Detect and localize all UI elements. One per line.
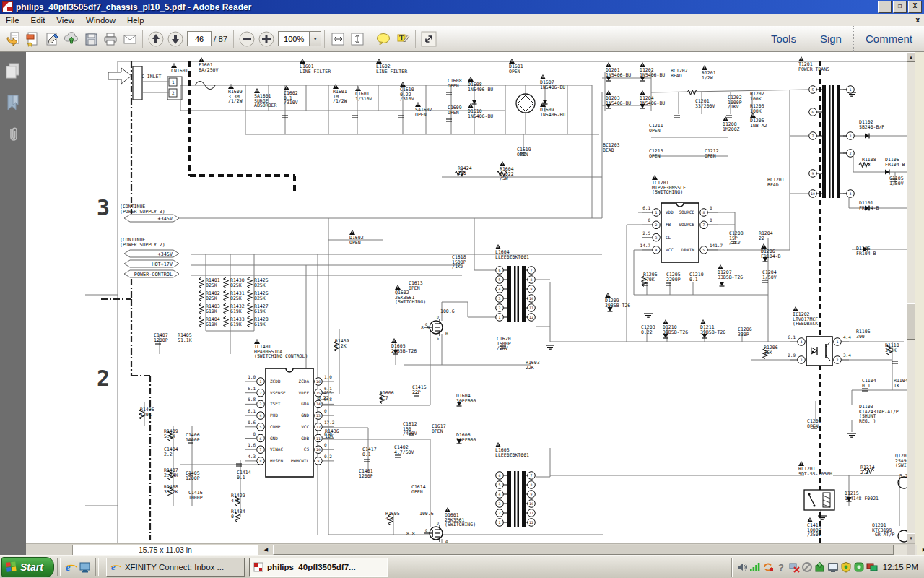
- component-label: 619K: [254, 322, 266, 327]
- component-label: 100K: [750, 108, 762, 114]
- pin-number: 2: [837, 358, 839, 362]
- create-pdf-icon[interactable]: [22, 29, 42, 49]
- pin-number: 2: [850, 152, 852, 155]
- fit-width-icon[interactable]: [328, 29, 347, 49]
- cloud-upload-icon[interactable]: [61, 29, 81, 49]
- display-icon[interactable]: [827, 561, 839, 573]
- open-convert-icon[interactable]: [3, 29, 22, 49]
- horizontal-scroll-thumb[interactable]: [273, 545, 894, 555]
- help-icon[interactable]: ?: [775, 561, 787, 573]
- component-label: 390: [856, 334, 865, 340]
- component-label: 1000P: [186, 437, 200, 443]
- minimize-button[interactable]: _: [878, 1, 892, 13]
- schematic-text: VDD: [666, 210, 674, 215]
- schematic-text: VCC: [666, 247, 674, 252]
- bookmarks-icon[interactable]: [5, 94, 21, 114]
- pin-number: 12: [529, 316, 533, 319]
- status-green-icon[interactable]: [853, 561, 865, 573]
- schematic-text: 0.2: [324, 454, 332, 459]
- chevron-down-icon[interactable]: ▼: [309, 32, 321, 46]
- vertical-scrollbar[interactable]: ▲ ▼: [907, 52, 915, 543]
- pin-number: 7: [260, 448, 262, 452]
- internet-explorer-icon[interactable]: e: [64, 559, 78, 575]
- sign-pen-icon[interactable]: [42, 29, 61, 49]
- menu-window[interactable]: Window: [80, 16, 121, 25]
- component-label: 1N5406-BU: [540, 85, 565, 90]
- email-icon[interactable]: [120, 29, 139, 49]
- component-label: 100.6: [419, 511, 434, 517]
- component-label: OPEN: [705, 153, 716, 159]
- schematic-text: 2: [172, 90, 175, 95]
- restore-button[interactable]: ❐: [893, 1, 907, 13]
- highlight-text-icon[interactable]: T: [393, 29, 412, 49]
- signal-flag: +345V: [158, 216, 173, 222]
- component-label: 1/50V: [762, 275, 777, 280]
- schematic-text: 0.6: [248, 420, 256, 425]
- page-number-input[interactable]: [187, 31, 212, 46]
- schematic-text: 0: [324, 442, 327, 447]
- component-label: /310V: [400, 96, 414, 102]
- start-button[interactable]: Start: [1, 557, 54, 577]
- component-label: OPEN: [415, 112, 427, 118]
- close-document-icon[interactable]: x: [915, 16, 920, 24]
- close-button[interactable]: X: [908, 1, 922, 13]
- menu-view[interactable]: View: [51, 16, 80, 25]
- component-label: 0.1: [362, 452, 371, 457]
- disconnected-icon[interactable]: [788, 561, 800, 573]
- menu-help[interactable]: Help: [121, 16, 150, 25]
- sign-button[interactable]: Sign: [808, 26, 853, 52]
- fit-page-icon[interactable]: [347, 29, 367, 49]
- start-label: Start: [20, 561, 43, 573]
- scroll-left-icon[interactable]: ◀: [261, 545, 271, 554]
- taskbar-button-philips-pdf[interactable]: philips_40pfl3505df7...: [249, 558, 388, 577]
- pin-number: 2: [260, 392, 262, 395]
- zoom-out-icon[interactable]: [237, 29, 256, 49]
- scroll-right-icon[interactable]: ▶: [920, 545, 924, 554]
- page-up-icon[interactable]: [146, 29, 165, 49]
- print-icon[interactable]: [100, 29, 120, 49]
- update-package-icon[interactable]: [814, 561, 826, 573]
- component-label: LINE FILTER: [376, 69, 407, 74]
- menu-file[interactable]: File: [0, 16, 25, 25]
- pin-number: 8: [531, 278, 533, 282]
- comment-bubble-icon[interactable]: [373, 29, 393, 49]
- component-label: 825K: [230, 282, 242, 288]
- volume-icon[interactable]: [736, 561, 748, 573]
- menu-edit[interactable]: Edit: [25, 16, 51, 25]
- security-shield-icon[interactable]: [840, 561, 852, 573]
- component-label: OPEN: [432, 428, 443, 434]
- schematic-text: 6.1: [788, 335, 796, 340]
- dual-monitor-icon[interactable]: [866, 561, 878, 573]
- scroll-up-icon[interactable]: ▲: [907, 52, 915, 62]
- document-view[interactable]: 32+345V+345VHOT+17VPOWER-CONTROLAC INLET…: [26, 52, 907, 543]
- taskbar-button-xfinity[interactable]: e XFINITY Connect: Inbox ...: [106, 558, 245, 577]
- component-label: 1200P: [359, 473, 373, 479]
- tools-button[interactable]: Tools: [759, 26, 808, 52]
- vertical-scroll-thumb[interactable]: [907, 303, 915, 340]
- schematic-text: 6.1: [248, 386, 256, 391]
- schematic-text: GND: [270, 436, 278, 441]
- pin-number: 8: [260, 460, 262, 463]
- page-down-icon[interactable]: [165, 29, 185, 49]
- horizontal-scrollbar[interactable]: [273, 545, 917, 555]
- component-label: /2KV: [729, 240, 741, 246]
- zoom-in-icon[interactable]: [256, 29, 276, 49]
- scroll-down-icon[interactable]: ▼: [907, 533, 915, 543]
- schematic-text: 14.7: [640, 243, 651, 248]
- sync-icon[interactable]: [762, 561, 774, 573]
- pin-number: 11: [529, 512, 533, 515]
- component-label: 100.6: [440, 309, 455, 314]
- pin-number: 4: [801, 340, 803, 344]
- fullscreen-icon[interactable]: [419, 29, 438, 49]
- blocked-icon[interactable]: [801, 561, 813, 573]
- signal-bars-icon[interactable]: [749, 561, 761, 573]
- save-icon[interactable]: [81, 29, 100, 49]
- component-label: 1N5406-BU: [468, 87, 493, 92]
- comment-button[interactable]: Comment: [853, 26, 924, 52]
- zoom-level-select[interactable]: 100% ▼: [278, 31, 321, 46]
- show-desktop-icon[interactable]: [78, 559, 92, 575]
- page-thumbnails-icon[interactable]: [5, 62, 21, 84]
- attachments-icon[interactable]: [5, 126, 21, 147]
- adobe-reader-icon: [2, 1, 13, 12]
- component-label: LLEE0Z0KT001: [495, 254, 529, 260]
